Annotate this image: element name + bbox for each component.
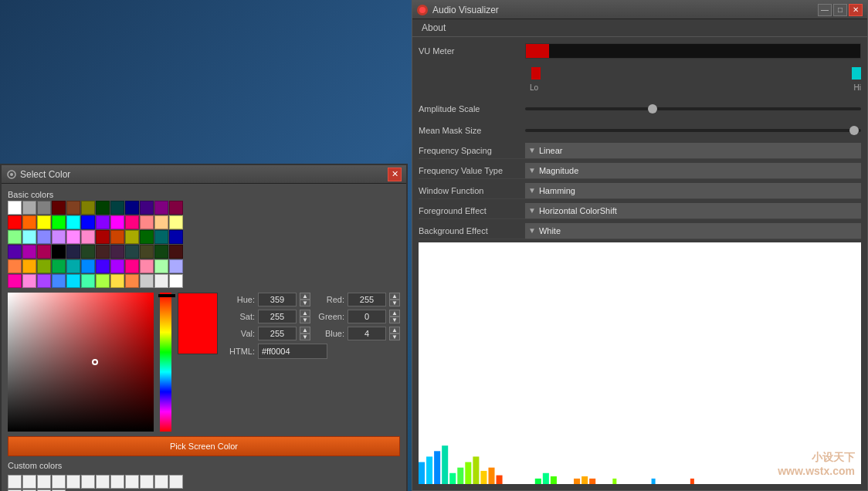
blue-up[interactable]: ▲ xyxy=(389,327,400,334)
amplitude-scale-thumb[interactable] xyxy=(648,104,657,113)
val-up[interactable]: ▲ xyxy=(300,327,310,334)
red-up[interactable]: ▲ xyxy=(389,293,400,300)
color-swatch[interactable] xyxy=(169,245,183,259)
color-swatch[interactable] xyxy=(125,259,139,273)
color-swatch[interactable] xyxy=(96,230,110,244)
custom-swatch[interactable] xyxy=(169,475,183,489)
color-swatch[interactable] xyxy=(81,259,95,273)
color-swatch[interactable] xyxy=(22,274,36,288)
hue-down[interactable]: ▼ xyxy=(300,300,310,306)
window-function-dropdown[interactable]: ▼ Hamming xyxy=(525,183,861,198)
vu-range-hi-thumb[interactable] xyxy=(852,67,861,80)
close-button[interactable]: ✕ xyxy=(849,4,863,16)
hue-slider[interactable] xyxy=(160,293,171,432)
hue-input[interactable] xyxy=(258,293,297,306)
color-swatch[interactable] xyxy=(81,230,95,244)
color-swatch[interactable] xyxy=(140,201,154,215)
color-swatch[interactable] xyxy=(52,215,66,229)
color-swatch[interactable] xyxy=(81,274,95,288)
color-swatch[interactable] xyxy=(110,259,124,273)
color-swatch[interactable] xyxy=(22,230,36,244)
custom-swatch[interactable] xyxy=(37,475,51,489)
menu-item-about[interactable]: About xyxy=(417,21,450,35)
custom-swatch[interactable] xyxy=(52,475,66,489)
red-input[interactable] xyxy=(348,293,386,306)
color-swatch[interactable] xyxy=(125,230,139,244)
vu-range-lo-thumb[interactable] xyxy=(531,67,541,80)
val-down[interactable]: ▼ xyxy=(300,334,310,340)
custom-swatch[interactable] xyxy=(66,475,80,489)
color-swatch[interactable] xyxy=(52,274,66,288)
val-input[interactable] xyxy=(258,327,297,340)
color-swatch[interactable] xyxy=(8,215,22,229)
maximize-button[interactable]: □ xyxy=(833,4,847,16)
color-swatch[interactable] xyxy=(154,201,168,215)
color-swatch[interactable] xyxy=(22,201,36,215)
hue-thumb[interactable] xyxy=(158,294,175,297)
custom-swatch[interactable] xyxy=(22,475,36,489)
color-swatch[interactable] xyxy=(8,274,22,288)
color-swatch[interactable] xyxy=(37,245,51,259)
color-swatch[interactable] xyxy=(169,230,183,244)
foreground-effect-dropdown[interactable]: ▼ Horizontal ColorShift xyxy=(525,203,861,218)
blue-input[interactable] xyxy=(348,327,386,340)
color-swatch[interactable] xyxy=(96,245,110,259)
custom-swatch[interactable] xyxy=(110,475,124,489)
color-swatch[interactable] xyxy=(169,259,183,273)
color-swatch[interactable] xyxy=(37,274,51,288)
frequency-spacing-dropdown[interactable]: ▼ Linear xyxy=(525,143,861,158)
custom-swatch[interactable] xyxy=(8,475,22,489)
html-input[interactable] xyxy=(258,344,327,359)
color-swatch[interactable] xyxy=(96,274,110,288)
color-swatch[interactable] xyxy=(154,259,168,273)
blue-down[interactable]: ▼ xyxy=(389,334,400,340)
color-swatch[interactable] xyxy=(52,201,66,215)
color-swatch[interactable] xyxy=(8,201,22,215)
color-swatch[interactable] xyxy=(110,274,124,288)
mean-mask-thumb[interactable] xyxy=(849,126,859,135)
hue-up[interactable]: ▲ xyxy=(300,293,310,300)
color-swatch[interactable] xyxy=(125,215,139,229)
dialog-close-button[interactable]: ✕ xyxy=(388,168,402,181)
color-swatch[interactable] xyxy=(22,245,36,259)
color-swatch[interactable] xyxy=(169,201,183,215)
color-swatch[interactable] xyxy=(22,259,36,273)
green-up[interactable]: ▲ xyxy=(389,310,400,317)
color-swatch[interactable] xyxy=(8,259,22,273)
custom-swatch[interactable] xyxy=(96,475,110,489)
sat-input[interactable] xyxy=(258,310,297,323)
color-swatch[interactable] xyxy=(96,215,110,229)
green-input[interactable] xyxy=(348,310,386,323)
color-swatch[interactable] xyxy=(37,230,51,244)
color-swatch[interactable] xyxy=(37,201,51,215)
color-swatch[interactable] xyxy=(52,230,66,244)
gradient-picker[interactable] xyxy=(8,293,154,432)
sat-down[interactable]: ▼ xyxy=(300,317,310,323)
color-swatch[interactable] xyxy=(154,245,168,259)
color-swatch[interactable] xyxy=(110,230,124,244)
color-swatch[interactable] xyxy=(96,259,110,273)
color-swatch[interactable] xyxy=(96,201,110,215)
color-swatch[interactable] xyxy=(169,215,183,229)
color-swatch[interactable] xyxy=(52,259,66,273)
color-swatch[interactable] xyxy=(66,230,80,244)
color-swatch[interactable] xyxy=(154,215,168,229)
color-swatch[interactable] xyxy=(66,245,80,259)
custom-swatch[interactable] xyxy=(154,475,168,489)
color-swatch[interactable] xyxy=(8,230,22,244)
color-swatch[interactable] xyxy=(8,245,22,259)
color-swatch[interactable] xyxy=(66,215,80,229)
color-swatch[interactable] xyxy=(110,245,124,259)
green-down[interactable]: ▼ xyxy=(389,317,400,323)
color-swatch[interactable] xyxy=(140,230,154,244)
color-swatch[interactable] xyxy=(81,215,95,229)
amplitude-scale-slider[interactable] xyxy=(525,107,861,110)
color-swatch[interactable] xyxy=(140,259,154,273)
color-swatch[interactable] xyxy=(140,245,154,259)
color-swatch[interactable] xyxy=(81,245,95,259)
minimize-button[interactable]: — xyxy=(818,4,832,16)
color-swatch[interactable] xyxy=(154,274,168,288)
frequency-value-type-dropdown[interactable]: ▼ Magnitude xyxy=(525,163,861,178)
color-swatch[interactable] xyxy=(52,245,66,259)
pick-screen-color-button[interactable]: Pick Screen Color xyxy=(8,436,400,456)
